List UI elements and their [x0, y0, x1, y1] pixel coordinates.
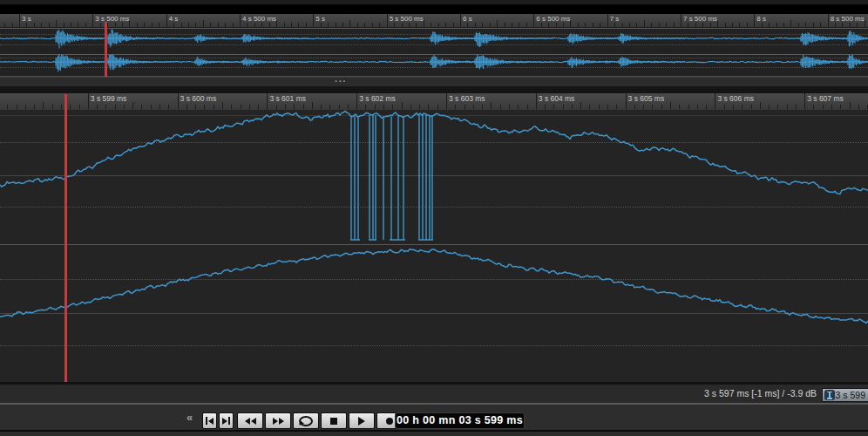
- timeline-label: 3 s 607 ms: [807, 95, 844, 103]
- stop-button[interactable]: [321, 412, 347, 429]
- collapse-chevron[interactable]: «: [186, 411, 193, 424]
- ruler-tick: [751, 105, 752, 109]
- main-waveform-svg: [0, 110, 868, 382]
- play-icon: [358, 417, 365, 426]
- ruler-tick: [173, 23, 174, 27]
- ruler-tick: [790, 20, 791, 27]
- time-display: 00 h 00 mn 03 s 599 ms: [395, 412, 525, 429]
- selection-time-box[interactable]: 3 s 599: [822, 388, 868, 402]
- ruler-tick: [78, 23, 78, 27]
- ruler-tick: [580, 102, 581, 109]
- ruler-tick: [831, 105, 832, 109]
- loop-icon: [299, 416, 313, 426]
- ruler-tick: [710, 23, 711, 27]
- ruler-tick: [159, 23, 159, 27]
- ruler-tick: [34, 105, 35, 109]
- ruler-tick: [61, 105, 62, 109]
- fast-forward-button[interactable]: [265, 412, 291, 429]
- loop-playback-button[interactable]: [293, 412, 319, 429]
- ruler-tick: [100, 23, 101, 27]
- ruler-tick: [383, 105, 384, 109]
- ruler-tick: [643, 105, 644, 109]
- stop-icon: [330, 418, 337, 425]
- rewind-button[interactable]: [237, 412, 263, 429]
- timeline-label: 8 s 500 ms: [831, 15, 865, 23]
- ruler-tick: [49, 23, 50, 27]
- ruler-tick: [679, 105, 680, 109]
- ruler-tick: [267, 93, 268, 109]
- ruler-tick: [823, 105, 824, 109]
- timeline-label: 3 s 606 ms: [717, 95, 754, 103]
- ruler-tick: [178, 93, 179, 109]
- ruler-tick: [661, 105, 662, 109]
- window-bottom-strip: [0, 432, 868, 436]
- splitter-handle[interactable]: ···: [0, 77, 868, 87]
- ruler-tick: [294, 105, 295, 109]
- ruler-tick: [303, 105, 304, 109]
- ruler-tick: [276, 20, 277, 27]
- position-readout: 3 s 597 ms [-1 ms] / -3.9 dB: [704, 385, 817, 403]
- ruler-tick: [475, 23, 476, 27]
- ruler-tick: [129, 20, 130, 27]
- record-icon: [386, 418, 393, 425]
- ruler-tick: [541, 23, 542, 27]
- ruler-tick: [122, 23, 123, 27]
- skip-end-icon: [222, 417, 230, 425]
- ruler-tick: [835, 23, 836, 27]
- timeline-label: 6 s: [463, 15, 472, 23]
- ruler-tick: [298, 23, 299, 27]
- timeline-label: 7 s 500 ms: [683, 15, 717, 23]
- ruler-tick: [858, 105, 859, 109]
- go-to-end-button[interactable]: [219, 412, 234, 429]
- ruler-tick: [850, 23, 851, 27]
- ruler-tick: [168, 105, 169, 109]
- ruler-tick: [599, 105, 600, 109]
- ruler-tick: [600, 23, 600, 27]
- ruler-tick: [607, 105, 608, 109]
- playback-cursor-overview[interactable]: [105, 22, 107, 77]
- ruler-tick: [225, 23, 226, 27]
- go-to-start-button[interactable]: [202, 412, 217, 429]
- ruler-tick: [769, 105, 770, 109]
- ruler-tick: [313, 14, 314, 27]
- timeline-label: 3 s 604 ms: [539, 95, 575, 103]
- playback-cursor-main[interactable]: [64, 94, 67, 382]
- ruler-tick: [670, 102, 671, 109]
- timeline-label: 8 s: [756, 15, 766, 23]
- overview-waveform[interactable]: [0, 29, 868, 77]
- ruler-tick: [231, 105, 232, 109]
- ruler-tick: [702, 23, 703, 27]
- timeline-label: 5 s 500 ms: [390, 15, 424, 23]
- ruler-tick: [339, 105, 340, 109]
- ruler-tick: [644, 20, 645, 27]
- ruler-tick: [622, 23, 623, 27]
- ruler-tick: [674, 23, 675, 27]
- ruler-tick: [533, 14, 534, 27]
- ruler-tick: [428, 105, 429, 109]
- ruler-tick: [563, 105, 564, 109]
- ruler-tick: [681, 14, 682, 27]
- ruler-tick: [321, 23, 322, 27]
- ruler-tick: [518, 105, 519, 109]
- ruler-tick: [349, 20, 350, 27]
- ruler-tick: [166, 14, 167, 27]
- main-waveform[interactable]: [0, 110, 868, 382]
- ruler-tick: [777, 105, 778, 109]
- text-cursor-icon: [824, 390, 835, 400]
- ruler-tick: [725, 23, 726, 27]
- ruler-tick: [409, 23, 410, 27]
- ruler-tick: [652, 105, 653, 109]
- play-button[interactable]: [349, 412, 375, 429]
- ruler-tick: [445, 23, 446, 27]
- ruler-tick: [769, 23, 770, 27]
- ruler-tick: [43, 102, 44, 109]
- overview-timeline-ruler[interactable]: 3 s3 s 500 ms4 s4 s 500 ms5 s5 s 500 ms6…: [0, 14, 868, 28]
- ruler-tick: [52, 105, 53, 109]
- main-timeline-ruler[interactable]: 3 s 599 ms3 s 600 ms3 s 601 ms3 s 602 ms…: [0, 93, 868, 111]
- timeline-label: 3 s 600 ms: [180, 95, 217, 103]
- ruler-tick: [842, 23, 843, 27]
- splitter-grip-icon[interactable]: ···: [335, 77, 347, 86]
- ruler-tick: [375, 105, 376, 109]
- ruler-tick: [379, 23, 380, 27]
- ruler-tick: [666, 23, 667, 27]
